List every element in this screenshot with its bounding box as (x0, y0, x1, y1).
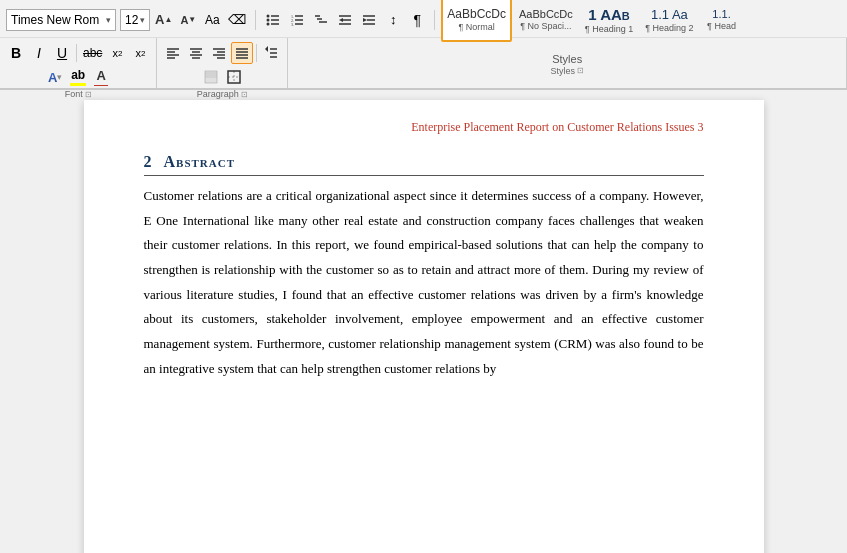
clear-format-button[interactable]: ⌫ (225, 9, 249, 31)
style-normal[interactable]: AaBbCcDc ¶ Normal (441, 0, 512, 42)
style-h1-preview: 1 AAB (588, 6, 630, 23)
style-head[interactable]: 1.1. ¶ Head (701, 0, 743, 42)
superscript-button[interactable]: x2 (129, 42, 151, 64)
styles-label-area: Styles (293, 53, 841, 65)
svg-text:3.: 3. (291, 21, 294, 26)
font-group-label: Font ⊡ (5, 89, 151, 99)
section-title: Abstract (164, 153, 236, 171)
separator2 (434, 10, 435, 30)
bullets-button[interactable] (262, 9, 284, 31)
para-sep1 (256, 44, 257, 62)
svg-marker-20 (363, 18, 367, 22)
paragraph-group-label: Paragraph ⊡ (162, 89, 282, 99)
svg-point-4 (267, 22, 270, 25)
font-group: B I U abc x2 x2 A ▾ ab A Font (0, 38, 157, 88)
style-heading2[interactable]: 1.1 Aa ¶ Heading 2 (640, 0, 698, 42)
grow-font-button[interactable]: A▲ (152, 9, 175, 31)
borders-button[interactable] (223, 66, 245, 88)
svg-marker-39 (265, 46, 268, 52)
style-head-preview: 1.1. (712, 8, 730, 20)
styles-area-label: Styles (552, 53, 582, 65)
body-text: Customer relations are a critical organi… (144, 188, 704, 376)
style-head-label: ¶ Head (707, 21, 736, 31)
svg-point-0 (267, 14, 270, 17)
multilevel-list-button[interactable] (310, 9, 332, 31)
document-area: Enterprise Placement Report on Customer … (0, 90, 847, 553)
style-nospace-preview: AaBbCcDc (519, 8, 573, 20)
font-family-dropdown[interactable]: Times New Rom ▾ (6, 9, 116, 31)
font-size-arrow[interactable]: ▾ (140, 15, 145, 25)
separator1 (255, 10, 256, 30)
increase-indent-button[interactable] (358, 9, 380, 31)
align-right-button[interactable] (208, 42, 230, 64)
svg-marker-16 (339, 18, 343, 22)
styles-expand-icon[interactable]: ⊡ (577, 66, 584, 75)
style-h2-preview: 1.1 Aa (651, 7, 688, 22)
align-center-button[interactable] (185, 42, 207, 64)
decrease-indent-button[interactable] (334, 9, 356, 31)
style-normal-preview: AaBbCcDc (447, 7, 506, 21)
highlight-button[interactable]: ab (67, 66, 89, 88)
align-left-button[interactable] (162, 42, 184, 64)
style-h1-label: ¶ Heading 1 (585, 24, 633, 34)
show-hide-button[interactable]: ¶ (406, 9, 428, 31)
section-heading: 2 Abstract (144, 153, 704, 176)
font-expand-icon[interactable]: ⊡ (85, 90, 92, 99)
style-h2-label: ¶ Heading 2 (645, 23, 693, 33)
font-color-button[interactable]: A (90, 66, 112, 88)
font-size-value: 12 (125, 13, 140, 27)
numbering-button[interactable]: 1.2.3. (286, 9, 308, 31)
font-group-buttons: B I U abc x2 x2 (5, 42, 151, 64)
paragraph-group: Paragraph ⊡ (157, 38, 288, 88)
underline-button[interactable]: U (51, 42, 73, 64)
document-page: Enterprise Placement Report on Customer … (84, 100, 764, 553)
style-nospace[interactable]: AaBbCcDc ¶ No Spaci... (514, 0, 578, 42)
style-normal-label: ¶ Normal (458, 22, 494, 32)
sort-button[interactable]: ↕ (382, 9, 404, 31)
subscript-button[interactable]: x2 (106, 42, 128, 64)
svg-point-2 (267, 18, 270, 21)
font-sep1 (76, 44, 77, 62)
font-group-buttons2: A ▾ ab A (44, 66, 112, 88)
justify-button[interactable] (231, 42, 253, 64)
style-heading1[interactable]: 1 AAB ¶ Heading 1 (580, 0, 638, 42)
style-nospace-label: ¶ No Spaci... (520, 21, 571, 31)
text-effects-button[interactable]: A ▾ (44, 66, 66, 88)
ribbon-row2: B I U abc x2 x2 A ▾ ab A Font (0, 38, 847, 90)
styles-group-row2: Styles Styles ⊡ (288, 38, 847, 88)
shrink-font-button[interactable]: A▼ (177, 9, 199, 31)
paragraph-group-buttons2 (200, 66, 245, 88)
styles-row1-area: AaBbCcDc ¶ Normal AaBbCcDc ¶ No Spaci...… (441, 0, 841, 42)
paragraph-group-buttons1 (162, 42, 282, 64)
line-spacing-button[interactable] (260, 42, 282, 64)
font-size-dropdown[interactable]: 12 ▾ (120, 9, 150, 31)
shading-button[interactable] (200, 66, 222, 88)
change-case-button[interactable]: Aa (201, 9, 223, 31)
document-body[interactable]: Customer relations are a critical organi… (144, 184, 704, 382)
styles-expand-label: Styles ⊡ (293, 66, 841, 76)
section-number: 2 (144, 153, 152, 171)
page-header: Enterprise Placement Report on Customer … (144, 120, 704, 135)
ribbon-row1: Times New Rom ▾ 12 ▾ A▲ A▼ Aa ⌫ 1.2.3. ↕… (0, 0, 847, 38)
font-family-value: Times New Rom (11, 13, 106, 27)
strikethrough-button[interactable]: abc (80, 42, 105, 64)
font-family-arrow[interactable]: ▾ (106, 15, 111, 25)
paragraph-expand-icon[interactable]: ⊡ (241, 90, 248, 99)
italic-button[interactable]: I (28, 42, 50, 64)
bold-button[interactable]: B (5, 42, 27, 64)
